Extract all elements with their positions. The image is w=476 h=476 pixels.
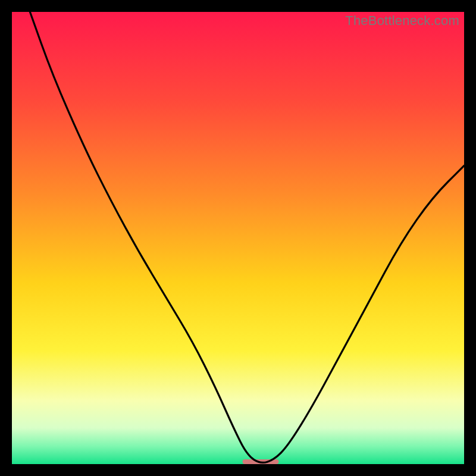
watermark-text: TheBottleneck.com — [345, 13, 459, 29]
gradient-background — [12, 12, 464, 464]
chart-frame: TheBottleneck.com — [12, 12, 464, 464]
bottleneck-chart — [12, 12, 464, 464]
